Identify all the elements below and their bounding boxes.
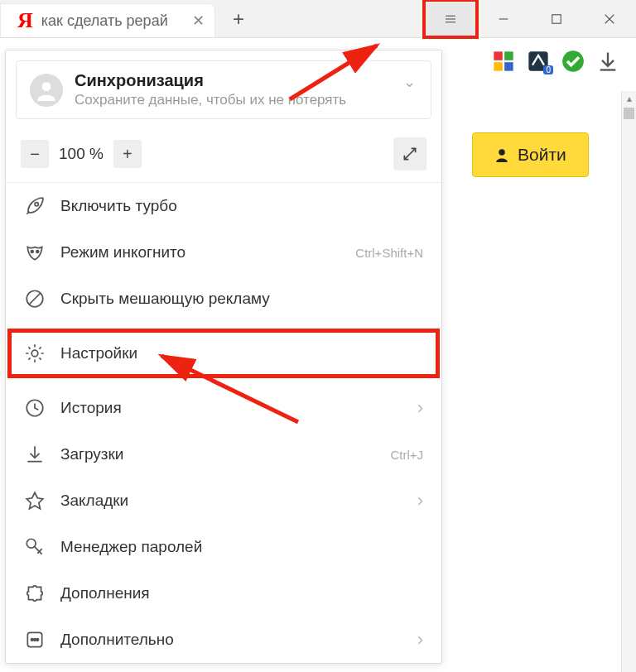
- chevron-right-icon: ›: [417, 397, 423, 419]
- clock-icon: [24, 397, 46, 419]
- menu-label: Настройки: [60, 344, 423, 362]
- page-content: Войти: [447, 91, 631, 177]
- menu-item-addons[interactable]: Дополнения: [6, 570, 441, 617]
- zoom-value: 100 %: [59, 145, 104, 163]
- svg-point-18: [31, 251, 33, 253]
- extension-check-icon[interactable]: [561, 50, 585, 73]
- svg-point-15: [499, 149, 505, 156]
- extension-badge: 0: [543, 65, 553, 74]
- menu-label: Скрыть мешающую рекламу: [60, 290, 423, 308]
- new-tab-button[interactable]: +: [215, 0, 262, 37]
- window-close-button[interactable]: [583, 0, 636, 37]
- avatar-icon: [30, 74, 63, 107]
- login-button[interactable]: Войти: [472, 132, 589, 177]
- svg-point-16: [42, 82, 51, 91]
- gear-icon: [24, 343, 46, 364]
- titlebar: Я как сделать рерай ✕ +: [0, 0, 636, 38]
- downloads-icon[interactable]: [596, 50, 619, 73]
- puzzle-icon: [24, 583, 46, 604]
- chevron-right-icon: ›: [417, 629, 423, 650]
- extension-colorful-icon[interactable]: [492, 50, 515, 73]
- chevron-right-icon: ›: [417, 490, 423, 511]
- menu-shortcut: Ctrl+J: [390, 448, 423, 462]
- zoom-row: − 100 % +: [6, 129, 441, 183]
- svg-point-17: [35, 203, 38, 206]
- menu-label: Дополнительно: [60, 631, 402, 649]
- menu-item-incognito[interactable]: Режим инкогнито Ctrl+Shift+N: [6, 229, 441, 276]
- toolbar-extensions: 0: [492, 50, 619, 73]
- extension-reader-icon[interactable]: 0: [527, 50, 550, 73]
- menu-item-passwords[interactable]: Менеджер паролей: [6, 524, 441, 570]
- menu-label: Загрузки: [60, 445, 375, 463]
- svg-rect-10: [504, 62, 513, 71]
- browser-tab[interactable]: Я как сделать рерай ✕: [0, 3, 215, 37]
- menu-item-bookmarks[interactable]: Закладки ›: [6, 478, 441, 524]
- block-icon: [24, 288, 46, 310]
- sync-title: Синхронизация: [75, 71, 346, 90]
- chevron-down-icon[interactable]: ⌄: [403, 73, 416, 91]
- vertical-scrollbar[interactable]: ▴: [621, 91, 636, 672]
- svg-rect-8: [504, 51, 513, 60]
- menu-label: Режим инкогнито: [60, 243, 340, 262]
- svg-point-30: [34, 639, 36, 641]
- more-icon: [24, 629, 46, 650]
- main-menu-panel: Синхронизация Сохраните данные, чтобы их…: [5, 50, 442, 664]
- svg-rect-7: [494, 51, 503, 60]
- star-icon: [24, 490, 46, 511]
- svg-point-19: [36, 251, 39, 253]
- menu-item-settings[interactable]: Настройки: [6, 330, 441, 377]
- login-label: Войти: [518, 145, 566, 165]
- sync-card[interactable]: Синхронизация Сохраните данные, чтобы их…: [16, 60, 431, 119]
- scroll-up-arrow[interactable]: ▴: [622, 93, 636, 104]
- scrollbar-thumb[interactable]: [624, 108, 634, 119]
- menu-label: Менеджер паролей: [60, 538, 423, 556]
- svg-point-29: [31, 639, 33, 641]
- window-minimize-button[interactable]: [477, 0, 530, 37]
- svg-point-31: [36, 639, 39, 641]
- svg-rect-9: [494, 62, 503, 71]
- menu-item-downloads[interactable]: Загрузки Ctrl+J: [6, 431, 441, 478]
- zoom-in-button[interactable]: +: [113, 140, 142, 168]
- svg-line-21: [30, 294, 41, 305]
- menu-label: Дополнения: [60, 584, 423, 602]
- key-icon: [24, 536, 46, 558]
- menu-item-more[interactable]: Дополнительно ›: [6, 617, 441, 663]
- menu-shortcut: Ctrl+Shift+N: [355, 246, 423, 260]
- window-maximize-button[interactable]: [530, 0, 583, 37]
- svg-marker-26: [26, 492, 43, 509]
- menu-item-hide-ads[interactable]: Скрыть мешающую рекламу: [6, 276, 441, 322]
- tab-title: как сделать рерай: [41, 12, 184, 30]
- svg-point-22: [31, 350, 38, 357]
- menu-label: История: [60, 399, 402, 417]
- zoom-out-button[interactable]: −: [21, 140, 49, 168]
- rocket-icon: [24, 195, 46, 217]
- svg-rect-4: [552, 14, 561, 23]
- menu-label: Включить турбо: [60, 197, 423, 215]
- menu-item-turbo[interactable]: Включить турбо: [6, 183, 441, 229]
- menu-label: Закладки: [60, 492, 402, 510]
- mask-icon: [24, 242, 46, 263]
- sync-subtitle: Сохраните данные, чтобы их не потерять: [75, 92, 346, 108]
- download-icon: [24, 444, 46, 465]
- yandex-logo-icon: Я: [17, 8, 33, 33]
- main-menu-button[interactable]: [424, 0, 477, 37]
- tab-close-icon[interactable]: ✕: [192, 12, 205, 30]
- fullscreen-button[interactable]: [393, 137, 426, 170]
- menu-item-history[interactable]: История ›: [6, 385, 441, 431]
